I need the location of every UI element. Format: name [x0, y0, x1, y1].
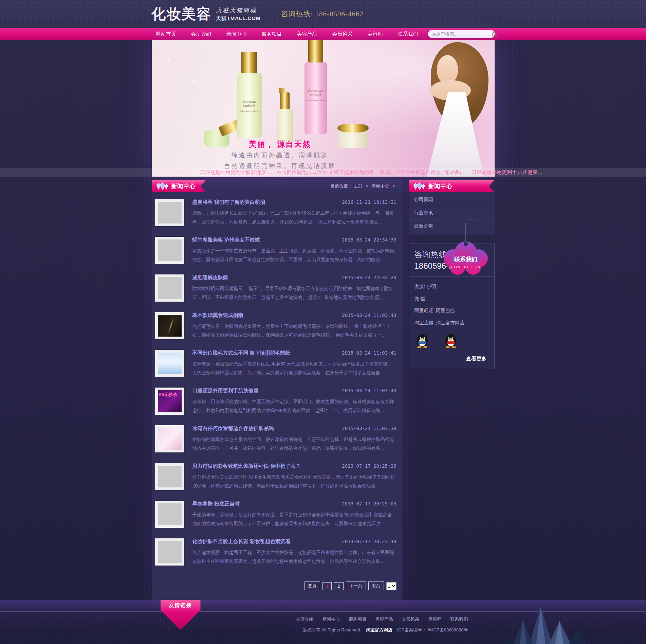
breadcrumb-current-link[interactable]: 新闻中心 — [371, 183, 389, 189]
news-thumbnail[interactable] — [155, 274, 184, 302]
news-summary: 家装防水是一个非常重要的环节，层面漏、卫生间漏、厨房漏、外墙漏、地下室也漏，被视… — [192, 247, 396, 265]
search-input[interactable] — [432, 32, 492, 37]
news-summary: 干燥的早春，无论做了多么好的补水保湿，是不是打上粉也会觉得干燥紧绷?此时粉底霜和… — [192, 511, 396, 529]
news-thumbnail-image — [158, 466, 182, 487]
badge-en-text: CONTACT US — [451, 265, 481, 269]
news-title-link[interactable]: 化妆护肤不当脸上会长斑 彩妆引起色素沉着 — [192, 538, 291, 545]
nav-item-1[interactable]: 会所介绍 — [191, 31, 211, 37]
pagination-page-select[interactable]: 1 — [386, 582, 396, 590]
news-item-body: 化妆护肤不当脸上会长斑 彩妆引起色素沉着2013-07-17 20:23:49为… — [192, 538, 397, 573]
news-item-8: 早春养肤 粉底正当时2013-07-17 20:25:05干燥的早春，无论做了多… — [155, 497, 397, 535]
pagination-next-button[interactable]: 下一页 — [346, 582, 366, 590]
news-item-body: 冰箱内任何位置都适合存放护肤品吗2015-03-24 11:03:39护肤品的储… — [192, 425, 397, 460]
news-title-link[interactable]: 用力过猛的彩妆败笔比素颜还可怕 你中枪了么？ — [192, 463, 301, 469]
contact-row-2: 阿里旺旺: 阿里巴巴 — [414, 305, 489, 317]
pagination-first-button[interactable]: 首页 — [304, 582, 320, 590]
footer-nav-item-3[interactable]: 美容产品 — [375, 616, 393, 622]
news-item-1: 蜗牛爬脸美容 泸州美女不敢试2015-03-24 22:34:33家装防水是一个… — [155, 233, 397, 271]
news-date: 2013-07-17 20:23:49 — [342, 539, 396, 544]
news-title-link[interactable]: 基本款烟熏妆速成指南 — [192, 312, 243, 319]
diamond-icon — [412, 181, 426, 191]
news-thumbnail-image: 99元秒杀 — [158, 390, 182, 412]
nav-item-7[interactable]: 联系我们 — [398, 31, 418, 37]
ticker-text[interactable]: 口服还是外用更利于肌肤健康… 不同部位脱毛方式应不同 腋下慎用脱毛蜡纸 冰箱内任… — [200, 169, 542, 175]
sidebar-ribbon: 新闻中心 — [409, 180, 495, 192]
news-item-header: 不同部位脱毛方式应不同 腋下慎用脱毛蜡纸2015-03-24 11:03:41 — [192, 350, 396, 356]
news-thumbnail-image — [158, 315, 182, 337]
footer-nav-item-1[interactable]: 新闻中心 — [322, 616, 340, 622]
sidebar-menu-item-0[interactable]: 公司新闻 — [409, 193, 495, 206]
news-item-body: 口服还是外用更利于肌肤健康2015-03-24 11:03:40珍珠粉，用珍珠研… — [192, 388, 397, 422]
pagination-page-1[interactable]: 1 — [322, 582, 332, 590]
news-thumbnail[interactable] — [155, 501, 184, 528]
news-thumbnail[interactable] — [155, 425, 184, 452]
news-title-link[interactable]: 蜗牛爬脸美容 泸州美女不敢试 — [192, 237, 260, 243]
news-date: 2013-07-17 20:25:26 — [342, 463, 396, 469]
section-title: 新闻中心 — [171, 182, 196, 190]
logo-subtitle: 入驻天猫商城 天猫TMALL.COM — [216, 6, 261, 22]
sidebar-menu-item-1[interactable]: 行业资讯 — [409, 206, 495, 219]
pagination: 首页12下一页末页1 — [152, 573, 402, 600]
news-item-header: 减肥缓解皮肤病2015-03-24 22:34:20 — [192, 274, 396, 281]
footer-nav-item-4[interactable]: 会员风采 — [402, 616, 420, 622]
news-thumbnail[interactable] — [155, 538, 184, 566]
sidebar-section-title: 新闻中心 — [428, 182, 453, 190]
news-title-link[interactable]: 不同部位脱毛方式应不同 腋下慎用脱毛蜡纸 — [192, 350, 291, 356]
contact-row-3: 淘宝店铺: 淘宝官方网店 — [414, 317, 489, 329]
footer-nav-item-6[interactable]: 联系我们 — [450, 616, 468, 622]
nav-item-6[interactable]: 美容师 — [368, 31, 383, 37]
news-summary: 过分追求无瑕美肌底妆过厚 很多女生都喜欢韩系美女那样的无瑕美肌，然而真正的无暇除… — [192, 473, 396, 491]
nav-item-5[interactable]: 会员风采 — [332, 31, 353, 37]
news-title-link[interactable]: 减肥缓解皮肤病 — [192, 274, 228, 281]
breadcrumb-home-link[interactable]: 主页 — [353, 183, 362, 189]
news-thumbnail[interactable] — [155, 350, 184, 377]
product-label: flowerage — [237, 99, 262, 103]
nav-item-2[interactable]: 新闻中心 — [226, 31, 247, 37]
nav-item-4[interactable]: 美容产品 — [297, 31, 317, 37]
news-item-body: 基本款烟熏妆速成指南2015-03-24 11:03:43先把睫毛夹卷，使眼睛看… — [192, 312, 397, 346]
shop-link[interactable]: 淘宝官方网店 — [366, 627, 392, 632]
news-item-7: 用力过猛的彩妆败笔比素颜还可怕 你中枪了么？2013-07-17 20:25:2… — [155, 460, 397, 497]
qq-contact-icon-2[interactable] — [444, 333, 458, 348]
news-item-header: 口服还是外用更利于肌肤健康2015-03-24 11:03:40 — [192, 388, 396, 394]
news-date: 2015-03-24 11:03:40 — [342, 388, 396, 393]
news-thumbnail[interactable] — [155, 199, 184, 226]
news-title-link[interactable]: 早春养肤 粉底正当时 — [192, 501, 240, 507]
news-item-0: 盛夏将至 我们有了新的美白萌招2016-11-21 18:13:31据悉，九嶷山… — [155, 196, 397, 233]
footer-copyright: 版权所有 All Rights Reserved. 淘宝官方网店 ICP备案编号… — [302, 627, 468, 633]
news-title-link[interactable]: 冰箱内任何位置都适合存放护肤品吗 — [192, 425, 274, 432]
search-icon[interactable] — [492, 32, 496, 36]
news-item-body: 早春养肤 粉底正当时2013-07-17 20:25:05干燥的早春，无论做了多… — [192, 501, 397, 535]
banner-text: 美丽， 源自天然 缔造由内而外晶透、润泽肌肤 自然透露明亮神采。再现光洁肌肤 — [192, 139, 368, 171]
footer-nav-item-0[interactable]: 会所介绍 — [296, 616, 314, 622]
news-title-link[interactable]: 盛夏将至 我们有了新的美白萌招 — [192, 199, 265, 205]
news-title-link[interactable]: 口服还是外用更利于肌肤健康 — [192, 388, 259, 394]
news-thumbnail[interactable] — [155, 237, 184, 264]
pagination-last-button[interactable]: 末页 — [368, 582, 384, 590]
diamond-icon — [155, 181, 169, 191]
nav-item-3[interactable]: 服务项目 — [262, 31, 282, 37]
news-item-body: 盛夏将至 我们有了新的美白萌招2016-11-21 18:13:31据悉，九嶷山… — [192, 199, 397, 233]
news-date: 2013-07-17 20:25:05 — [342, 501, 396, 506]
product-label-sub: A New Beauty World — [304, 99, 327, 101]
contact-rows: 客服: 小明微 信:阿里旺旺: 阿里巴巴淘宝店铺: 淘宝官方网店 — [414, 281, 489, 329]
search-box — [428, 30, 495, 38]
footer-nav-item-2[interactable]: 服务项目 — [349, 616, 367, 622]
news-thumbnail[interactable]: 99元秒杀 — [155, 388, 184, 415]
news-item-body: 不同部位脱毛方式应不同 腋下慎用脱毛蜡纸2015-03-24 11:03:41指… — [192, 350, 397, 384]
contact-row-1: 微 信: — [414, 293, 489, 305]
news-thumbnail[interactable] — [155, 463, 184, 490]
news-item-5: 99元秒杀口服还是外用更利于肌肤健康2015-03-24 11:03:40珍珠粉… — [155, 384, 397, 422]
qq-contact-icon-1[interactable] — [415, 333, 429, 348]
news-summary: 先把睫毛夹卷，使眼睛看起来更大，然后在上下眼睑睫毛根部涂上浓黑的眼线。 将上眼睑… — [192, 322, 396, 340]
news-thumbnail-image — [158, 428, 182, 450]
view-more-link[interactable]: 查看更多 — [414, 356, 489, 362]
footer-nav-item-5[interactable]: 美容师 — [428, 616, 442, 622]
footer-nav: 会所介绍新闻中心服务项目美容产品会员风采美容师联系我们 — [296, 616, 468, 622]
pagination-page-2[interactable]: 2 — [334, 582, 343, 590]
copyright-text: 版权所有 All Rights Reserved. — [302, 627, 361, 632]
news-thumbnail[interactable] — [155, 312, 184, 339]
contact-us-badge[interactable]: 联系我们 CONTACT US — [436, 223, 494, 282]
news-thumbnail-image — [158, 541, 182, 563]
nav-item-0[interactable]: 网站首页 — [156, 31, 176, 37]
